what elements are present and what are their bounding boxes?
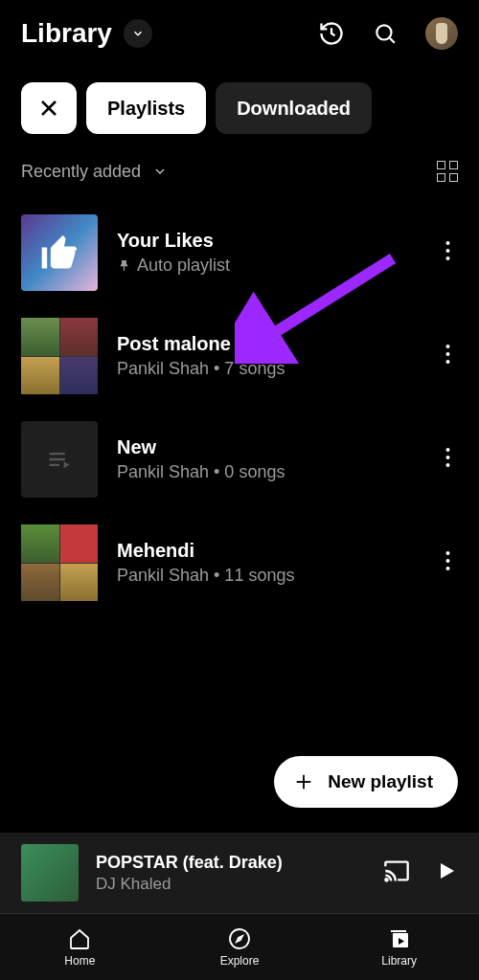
playlist-thumbnail <box>21 214 98 291</box>
cast-icon <box>383 858 410 884</box>
sort-row: Recently added <box>0 138 479 191</box>
pin-icon <box>117 258 131 273</box>
svg-point-0 <box>376 25 391 39</box>
clear-filter-button[interactable] <box>21 82 77 134</box>
play-button[interactable] <box>435 859 458 886</box>
more-button[interactable] <box>426 345 458 368</box>
header: Library <box>0 0 479 63</box>
more-vertical-icon <box>445 448 450 467</box>
history-button[interactable] <box>318 20 345 47</box>
svg-point-15 <box>446 567 450 570</box>
list-item[interactable]: Your Likes Auto playlist <box>21 201 458 304</box>
nav-label: Explore <box>220 954 260 968</box>
svg-point-8 <box>446 352 450 356</box>
playlist-thumbnail <box>21 318 98 394</box>
plus-icon <box>293 771 314 792</box>
playlist-title: Your Likes <box>117 230 426 252</box>
now-playing-text: POPSTAR (feat. Drake) DJ Khaled <box>79 853 358 894</box>
list-item[interactable]: New Pankil Shah • 0 songs <box>21 408 458 511</box>
playlist-title: Post malone <box>117 333 426 355</box>
fab-label: New playlist <box>328 771 433 792</box>
sort-label: Recently added <box>21 162 141 182</box>
list-item-text: Mehendi Pankil Shah • 11 songs <box>98 540 426 586</box>
svg-point-14 <box>446 559 450 563</box>
playlist-thumbnail <box>21 421 98 498</box>
svg-marker-23 <box>237 936 242 942</box>
more-vertical-icon <box>445 241 450 260</box>
playlist-icon <box>46 446 73 473</box>
svg-rect-25 <box>391 930 406 932</box>
library-dropdown[interactable] <box>124 19 152 48</box>
svg-point-7 <box>446 345 450 348</box>
now-playing-thumbnail <box>21 844 79 902</box>
svg-point-20 <box>385 879 387 880</box>
more-button[interactable] <box>426 551 458 574</box>
search-button[interactable] <box>372 20 399 47</box>
list-item-text: Your Likes Auto playlist <box>98 230 426 276</box>
svg-point-10 <box>446 448 450 452</box>
playlist-subtitle: Pankil Shah • 11 songs <box>117 566 426 586</box>
more-vertical-icon <box>445 551 450 570</box>
chip-downloaded[interactable]: Downloaded <box>216 82 372 134</box>
playlist-title: New <box>117 436 426 458</box>
home-icon <box>68 927 91 950</box>
list-item-text: Post malone Pankil Shah • 7 songs <box>98 333 426 379</box>
history-icon <box>318 20 345 47</box>
list-item[interactable]: Mehendi Pankil Shah • 11 songs <box>21 511 458 614</box>
playlist-thumbnail <box>21 524 98 601</box>
bottom-nav: Home Explore Library <box>0 913 479 980</box>
svg-point-6 <box>446 256 450 260</box>
search-icon <box>373 21 398 46</box>
more-button[interactable] <box>426 241 458 264</box>
nav-library[interactable]: Library <box>319 914 479 980</box>
chip-playlists[interactable]: Playlists <box>86 82 206 134</box>
playlist-title: Mehendi <box>117 540 426 562</box>
list-item[interactable]: Post malone Pankil Shah • 7 songs <box>21 304 458 408</box>
chevron-down-icon <box>131 27 145 40</box>
playlist-subtitle: Auto playlist <box>137 256 230 276</box>
nav-home[interactable]: Home <box>0 914 160 980</box>
mini-player[interactable]: POPSTAR (feat. Drake) DJ Khaled <box>0 833 479 913</box>
svg-point-11 <box>446 456 450 459</box>
avatar[interactable] <box>425 17 458 50</box>
now-playing-title: POPSTAR (feat. Drake) <box>96 853 358 873</box>
grid-view-button[interactable] <box>437 161 458 182</box>
play-icon <box>435 859 458 882</box>
cast-button[interactable] <box>383 858 410 888</box>
svg-point-13 <box>446 551 450 555</box>
chevron-down-icon <box>152 164 168 179</box>
thumbs-up-icon <box>38 232 80 274</box>
list-item-text: New Pankil Shah • 0 songs <box>98 436 426 482</box>
library-icon <box>388 927 411 950</box>
playlist-list: Your Likes Auto playlist Post malone Pan… <box>0 191 479 614</box>
playlist-subtitle: Pankil Shah • 7 songs <box>117 359 426 379</box>
svg-line-1 <box>389 37 394 42</box>
svg-point-9 <box>446 360 450 364</box>
svg-point-5 <box>446 249 450 253</box>
close-icon <box>37 97 60 120</box>
new-playlist-button[interactable]: New playlist <box>274 756 458 808</box>
explore-icon <box>228 927 251 950</box>
more-vertical-icon <box>445 345 450 364</box>
filter-chips: Playlists Downloaded <box>0 63 479 138</box>
nav-label: Library <box>381 954 417 968</box>
more-button[interactable] <box>426 448 458 471</box>
sort-button[interactable]: Recently added <box>21 162 168 182</box>
nav-explore[interactable]: Explore <box>160 914 320 980</box>
svg-marker-21 <box>441 863 454 879</box>
now-playing-artist: DJ Khaled <box>96 875 358 894</box>
nav-label: Home <box>64 954 95 968</box>
svg-point-12 <box>446 463 450 467</box>
page-title: Library <box>21 18 112 49</box>
svg-point-4 <box>446 241 450 245</box>
playlist-subtitle: Pankil Shah • 0 songs <box>117 462 426 482</box>
